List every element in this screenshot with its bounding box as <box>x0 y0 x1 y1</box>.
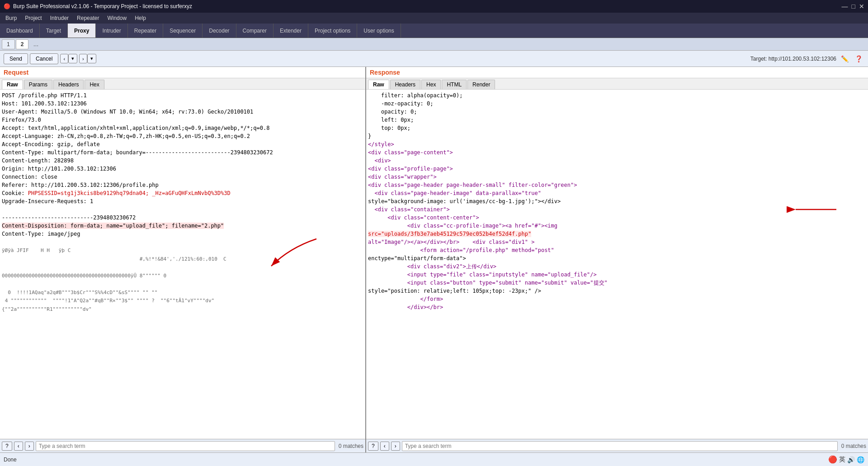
response-panel: Response Raw Headers Hex HTML Render fil… <box>366 67 868 452</box>
request-tab-params[interactable]: Params <box>24 80 52 89</box>
request-tab-hex[interactable]: Hex <box>85 80 104 89</box>
menu-window[interactable]: Window <box>104 14 130 22</box>
tab-comparer[interactable]: Comparer <box>236 24 274 38</box>
toolbar: Send Cancel ‹ ▾ › ▾ Target: http://101.2… <box>0 51 868 67</box>
tab-decoder[interactable]: Decoder <box>203 24 236 38</box>
request-title: Request <box>0 67 365 78</box>
menu-project[interactable]: Project <box>21 14 45 22</box>
minimize-button[interactable]: — <box>842 3 848 10</box>
tab-extender[interactable]: Extender <box>274 24 308 38</box>
cancel-button[interactable]: Cancel <box>30 53 58 64</box>
main-tabbar: Dashboard Target Proxy Intruder Repeater… <box>0 24 868 38</box>
response-panel-tabs: Raw Headers Hex HTML Render <box>366 78 868 90</box>
req-tab-2[interactable]: 2 <box>16 39 29 49</box>
close-button[interactable]: ✕ <box>859 3 864 10</box>
nav-group-right: › ▾ <box>79 54 96 63</box>
status-icon-3: 🔊 <box>847 456 855 463</box>
nav-group-left: ‹ ▾ <box>60 54 77 63</box>
request-search-prev-button[interactable]: ‹ <box>14 442 23 451</box>
tab-dashboard[interactable]: Dashboard <box>0 24 40 38</box>
nav-forward-down-button[interactable]: ▾ <box>87 54 96 63</box>
app-icon: 🔴 <box>4 3 10 10</box>
response-content[interactable]: filter: alpha(opacity=0); -moz-opacity: … <box>366 90 868 439</box>
response-search-prev-button[interactable]: ‹ <box>380 442 389 451</box>
status-icon-2: 英 <box>839 456 845 464</box>
status-text: Done <box>4 456 17 463</box>
menu-help[interactable]: Help <box>131 14 150 22</box>
status-icon-4: 🌐 <box>857 456 864 463</box>
edit-target-button[interactable]: ✏️ <box>839 54 850 63</box>
req-line-1: POST /profile.php HTTP/1.1 Host: 101.200… <box>2 92 273 312</box>
status-icon-1: 🔴 <box>828 455 837 464</box>
window-controls: — □ ✕ <box>842 3 864 10</box>
req-tab-dots[interactable]: … <box>29 40 42 49</box>
response-search-input[interactable] <box>402 441 838 451</box>
tab-project-options[interactable]: Project options <box>308 24 357 38</box>
tab-repeater[interactable]: Repeater <box>128 24 163 38</box>
statusbar: Done 🔴 英 🔊 🌐 <box>0 452 868 466</box>
tab-intruder[interactable]: Intruder <box>96 24 127 38</box>
request-content[interactable]: POST /profile.php HTTP/1.1 Host: 101.200… <box>0 90 365 439</box>
request-tabbar: 1 2 … <box>0 38 868 51</box>
tab-proxy[interactable]: Proxy <box>68 24 96 38</box>
response-search-bar: ? ‹ › 0 matches <box>366 439 868 452</box>
response-tab-render[interactable]: Render <box>467 80 495 89</box>
menu-burp[interactable]: Burp <box>2 14 20 22</box>
maximize-button[interactable]: □ <box>852 3 855 10</box>
send-button[interactable]: Send <box>4 53 28 64</box>
response-search-matches: 0 matches <box>841 443 866 449</box>
response-tab-raw[interactable]: Raw <box>368 80 389 89</box>
response-title: Response <box>366 67 868 78</box>
response-tab-hex[interactable]: Hex <box>421 80 441 89</box>
response-tab-headers[interactable]: Headers <box>390 80 420 89</box>
tab-target[interactable]: Target <box>40 24 68 38</box>
request-tab-raw[interactable]: Raw <box>2 80 23 89</box>
request-search-help-button[interactable]: ? <box>2 442 12 451</box>
menu-intruder[interactable]: Intruder <box>47 14 72 22</box>
app-title: 🔴 Burp Suite Professional v2.1.06 - Temp… <box>4 3 192 10</box>
nav-back-down-button[interactable]: ▾ <box>68 54 77 63</box>
status-right-icons: 🔴 英 🔊 🌐 <box>828 455 864 464</box>
target-label: Target: http://101.200.53.102:12306 <box>750 56 836 62</box>
request-tab-headers[interactable]: Headers <box>53 80 84 89</box>
response-search-next-button[interactable]: › <box>391 442 400 451</box>
menubar: Burp Project Intruder Repeater Window He… <box>0 13 868 24</box>
tab-user-options[interactable]: User options <box>357 24 401 38</box>
req-tab-1[interactable]: 1 <box>2 39 15 49</box>
request-search-next-button[interactable]: › <box>25 442 34 451</box>
titlebar: 🔴 Burp Suite Professional v2.1.06 - Temp… <box>0 0 868 13</box>
request-panel: Request Raw Params Headers Hex POST /pro… <box>0 67 366 452</box>
request-search-bar: ? ‹ › 0 matches <box>0 439 365 452</box>
nav-forward-button[interactable]: › <box>79 54 87 63</box>
target-info: Target: http://101.200.53.102:12306 ✏️ ❓ <box>750 54 864 63</box>
nav-back-button[interactable]: ‹ <box>60 54 68 63</box>
request-search-matches: 0 matches <box>339 443 363 449</box>
request-search-input[interactable] <box>36 441 335 451</box>
title-text: Burp Suite Professional v2.1.06 - Tempor… <box>13 3 192 10</box>
response-body: filter: alpha(opacity=0); -moz-opacity: … <box>368 91 866 311</box>
tab-sequencer[interactable]: Sequencer <box>163 24 203 38</box>
response-search-help-button[interactable]: ? <box>368 442 378 451</box>
request-body: POST /profile.php HTTP/1.1 Host: 101.200… <box>2 91 363 313</box>
main-content: Request Raw Params Headers Hex POST /pro… <box>0 67 868 452</box>
request-panel-tabs: Raw Params Headers Hex <box>0 78 365 90</box>
menu-repeater[interactable]: Repeater <box>73 14 103 22</box>
help-button[interactable]: ❓ <box>853 54 864 63</box>
response-tab-html[interactable]: HTML <box>442 80 467 89</box>
